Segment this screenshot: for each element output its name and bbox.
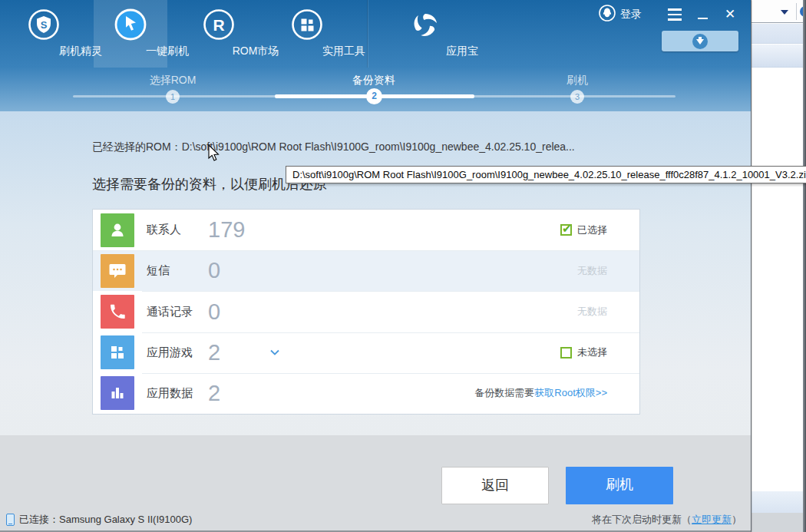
nav-separator (367, 0, 368, 68)
mouse-cursor (207, 144, 221, 166)
update-prefix-text: 将在下次启动时更新（ (592, 514, 692, 525)
row-count: 0 (208, 258, 262, 283)
screen: S 刷机精灵 一键刷机 R (0, 0, 806, 532)
cursor-circle-icon (114, 8, 147, 41)
root-hint-text: 备份数据需要 (474, 386, 534, 400)
background-window-edge (803, 0, 806, 532)
content-area: 已经选择的ROM：D:\soft\i9100g\ROM Root Flash\I… (0, 111, 751, 435)
checkbox-unchecked-icon[interactable] (560, 347, 572, 359)
nav-item-shuaji-jingling[interactable]: S 刷机精灵 (7, 0, 81, 68)
qq-avatar-icon (599, 5, 616, 25)
nav-item-rom-market[interactable]: R ROM市场 (182, 0, 256, 68)
update-now-link[interactable]: 立即更新 (692, 514, 732, 525)
row-label: 联系人 (147, 223, 208, 237)
grid-circle-icon (290, 8, 324, 41)
row-count: 179 (208, 217, 262, 243)
backup-items-card: 联系人 179 已选择 短信 0 无数据 (92, 209, 640, 415)
get-root-link[interactable]: 获取Root权限>> (534, 386, 607, 400)
row-status[interactable]: 未选择 (560, 345, 607, 359)
no-data-label: 无数据 (577, 264, 607, 278)
nav-item-one-key-flash[interactable]: 一键刷机 (94, 0, 167, 68)
login-label: 登录 (620, 8, 642, 21)
chevron-down-icon[interactable] (269, 347, 280, 358)
step-dot-1: 1 (166, 90, 180, 104)
row-label: 应用游戏 (147, 345, 208, 360)
dropdown-arrow-icon[interactable] (781, 10, 788, 15)
background-band (751, 24, 806, 44)
background-window (751, 0, 806, 532)
nav-item-yingyongbao[interactable]: 应用宝 (388, 0, 462, 68)
table-row-sms[interactable]: 短信 0 无数据 (93, 250, 639, 291)
download-arrow-icon (692, 34, 708, 49)
row-count: 2 (208, 340, 262, 365)
no-data-label: 无数据 (577, 305, 607, 319)
row-count: 2 (208, 381, 262, 406)
close-button[interactable]: ✕ (720, 6, 740, 23)
login-button[interactable]: 登录 (599, 6, 642, 23)
table-row-contacts[interactable]: 联系人 179 已选择 (93, 210, 639, 250)
apps-icon (101, 335, 134, 369)
background-toolbar (751, 0, 806, 23)
flash-tool-window: S 刷机精灵 一键刷机 R (0, 0, 751, 532)
update-status: 将在下次启动时更新（立即更新） (592, 513, 742, 527)
svg-text:R: R (213, 16, 224, 34)
selected-rom-text: 已经选择的ROM：D:\soft\i9100g\ROM Root Flash\I… (92, 140, 575, 154)
header: S 刷机精灵 一键刷机 R (0, 0, 751, 111)
connected-device-text: 已连接：Samsung Galaxy S II(I9100G) (19, 513, 192, 527)
r-circle-icon: R (202, 8, 236, 41)
table-row-call-log[interactable]: 通话记录 0 无数据 (93, 291, 639, 332)
row-status[interactable]: 已选择 (560, 223, 607, 237)
step-label-flash: 刷机 (524, 74, 631, 88)
checkbox-checked-icon[interactable] (560, 224, 572, 236)
row-label: 短信 (147, 263, 208, 278)
app-data-icon (101, 376, 134, 410)
phone-icon (6, 514, 15, 526)
background-band (751, 491, 806, 513)
step-dot-3: 3 (570, 90, 584, 104)
nav-label: 实用工具 (307, 45, 381, 58)
step-label-backup: 备份资料 (320, 74, 428, 88)
row-label: 通话记录 (147, 305, 208, 319)
shield-s-icon: S (27, 8, 61, 41)
back-button[interactable]: 返回 (441, 467, 549, 504)
rom-path-tooltip: D:\soft\i9100g\ROM Root Flash\I9100G_roo… (286, 166, 806, 183)
status-bar: 已连接：Samsung Galaxy S II(I9100G) 将在下次启动时更… (0, 512, 751, 532)
flash-button[interactable]: 刷机 (566, 467, 673, 504)
table-row-apps[interactable]: 应用游戏 2 未选择 (93, 332, 639, 373)
nav-label: 应用宝 (425, 45, 499, 58)
call-log-icon (101, 295, 134, 329)
step-label-select-rom: 选择ROM (119, 74, 226, 88)
toolbar-separator (796, 3, 797, 20)
contacts-icon (101, 213, 134, 247)
background-band (751, 513, 806, 532)
step-dot-2: 2 (366, 88, 382, 104)
menu-button[interactable] (665, 6, 685, 23)
download-button[interactable] (662, 31, 738, 51)
nav-item-tools[interactable]: 实用工具 (270, 0, 344, 68)
sms-icon (101, 254, 134, 288)
swirl-icon (408, 8, 442, 41)
connection-status: 已连接：Samsung Galaxy S II(I9100G) (6, 513, 192, 527)
background-band (751, 45, 806, 68)
row-label: 应用数据 (147, 386, 208, 401)
update-suffix-text: ） (732, 514, 742, 525)
minimize-button[interactable] (692, 6, 712, 23)
table-row-app-data[interactable]: 应用数据 2 备份数据需要 获取Root权限>> (93, 373, 639, 414)
svg-text:S: S (41, 19, 48, 31)
row-count: 0 (208, 299, 262, 325)
